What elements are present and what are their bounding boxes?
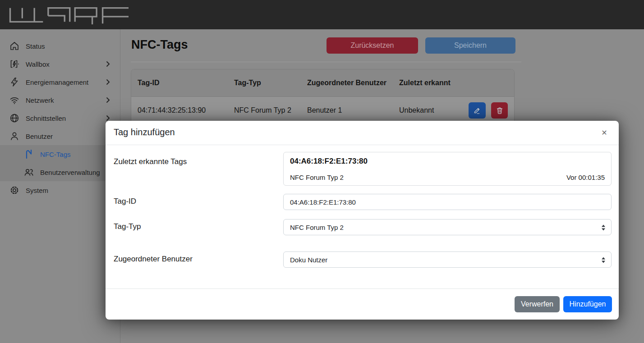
tag-id-input[interactable] <box>283 194 612 210</box>
modal-header: Tag hinzufügen ✕ <box>106 121 619 145</box>
tag-type-row: Tag-Typ NFC Forum Typ 2 <box>114 219 612 235</box>
tag-type-label: Tag-Typ <box>114 222 141 231</box>
assigned-user-select[interactable]: Doku Nutzer <box>283 252 612 268</box>
assigned-user-selected-value: Doku Nutzer <box>290 256 327 264</box>
tag-type-selected-value: NFC Forum Typ 2 <box>290 224 344 231</box>
add-button[interactable]: Hinzufügen <box>563 296 612 312</box>
select-updown-icon <box>601 224 606 231</box>
select-updown-icon <box>601 256 606 264</box>
modal-title: Tag hinzufügen <box>114 127 175 137</box>
detected-tag-type: NFC Forum Typ 2 <box>290 174 344 181</box>
detected-tag-ago: Vor 00:01:35 <box>566 174 605 181</box>
detected-tag-id: 04:A6:18:F2:E1:73:80 <box>290 157 605 166</box>
detected-tags-row: Zuletzt erkannte Tags 04:A6:18:F2:E1:73:… <box>114 152 612 186</box>
modal-footer: Verwerfen Hinzufügen <box>106 288 619 320</box>
discard-button[interactable]: Verwerfen <box>515 296 560 312</box>
detected-tags-label: Zuletzt erkannte Tags <box>114 157 187 166</box>
assigned-user-row: Zugeordneter Benutzer Doku Nutzer <box>114 252 612 268</box>
close-icon[interactable]: ✕ <box>599 128 610 138</box>
add-tag-modal: Tag hinzufügen ✕ Zuletzt erkannte Tags 0… <box>106 121 619 320</box>
tag-type-select[interactable]: NFC Forum Typ 2 <box>283 219 612 235</box>
tag-id-row: Tag-ID <box>114 194 612 210</box>
tag-id-label: Tag-ID <box>114 197 136 206</box>
detected-tag-card[interactable]: 04:A6:18:F2:E1:73:80 NFC Forum Typ 2 Vor… <box>283 152 612 186</box>
assigned-user-label: Zugeordneter Benutzer <box>114 255 193 264</box>
